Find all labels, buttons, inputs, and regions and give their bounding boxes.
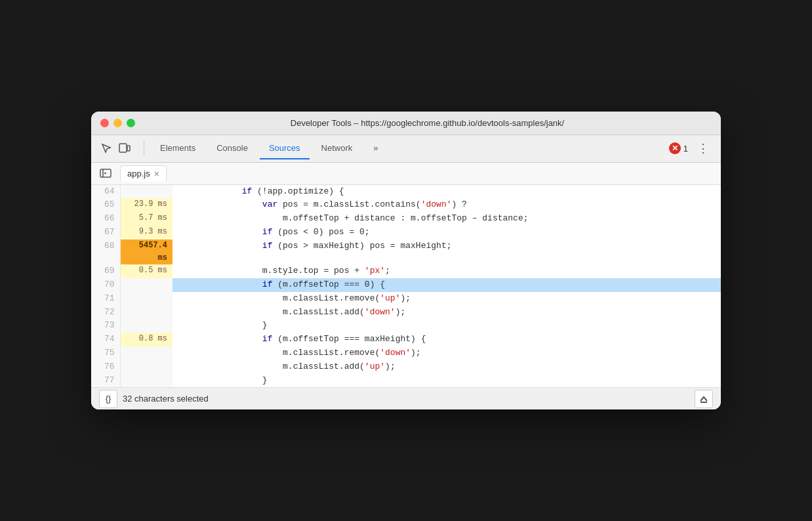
toolbar-right: ✕ 1 ⋮ bbox=[669, 140, 713, 157]
timing-cell bbox=[120, 346, 173, 360]
line-number: 73 bbox=[91, 319, 120, 333]
svg-rect-0 bbox=[119, 144, 127, 152]
code-line[interactable]: m.offsetTop + distance : m.offsetTop – d… bbox=[173, 212, 721, 226]
toolbar: Elements Console Sources Network » ✕ 1 ⋮ bbox=[91, 135, 721, 163]
timing-cell bbox=[120, 374, 173, 388]
timing-cell: 5.7 ms bbox=[120, 212, 173, 226]
timing-cell: 9.3 ms bbox=[120, 226, 173, 240]
timing-cell: 0.5 ms bbox=[120, 264, 173, 278]
minimize-button[interactable] bbox=[113, 119, 122, 127]
timing-cell bbox=[120, 278, 173, 292]
code-line[interactable]: m.classList.add('down'); bbox=[173, 306, 721, 320]
code-area: 64 if (!app.optimize) {6523.9 ms var pos… bbox=[91, 185, 721, 388]
line-number: 72 bbox=[91, 306, 120, 320]
code-line[interactable]: if (m.offsetTop === 0) { bbox=[173, 278, 721, 292]
timing-cell: 23.9 ms bbox=[120, 198, 173, 212]
devtools-window: Developer Tools – https://googlechrome.g… bbox=[91, 112, 721, 410]
code-line[interactable]: m.classList.remove('up'); bbox=[173, 292, 721, 306]
code-line[interactable]: if (m.offsetTop === maxHeight) { bbox=[173, 333, 721, 346]
code-line[interactable]: var pos = m.classList.contains('down') ? bbox=[173, 198, 721, 212]
tab-console[interactable]: Console bbox=[207, 138, 257, 159]
sidebar-toggle-button[interactable] bbox=[96, 164, 115, 182]
line-number: 76 bbox=[91, 360, 120, 374]
line-number: 74 bbox=[91, 333, 120, 346]
timing-cell: 0.8 ms bbox=[120, 333, 173, 346]
close-button[interactable] bbox=[100, 119, 109, 127]
status-bar: {} 32 characters selected bbox=[91, 387, 721, 409]
svg-rect-1 bbox=[127, 146, 130, 151]
selection-status: 32 characters selected bbox=[123, 394, 209, 404]
title-bar: Developer Tools – https://googlechrome.g… bbox=[91, 112, 721, 135]
svg-marker-4 bbox=[105, 172, 107, 175]
file-tabs: app.js × bbox=[91, 163, 721, 185]
code-line[interactable]: } bbox=[173, 319, 721, 333]
code-line[interactable]: m.style.top = pos + 'px'; bbox=[173, 264, 721, 278]
line-number: 64 bbox=[91, 185, 120, 199]
code-line[interactable]: if (!app.optimize) { bbox=[173, 185, 721, 199]
more-menu-button[interactable]: ⋮ bbox=[693, 140, 713, 157]
error-icon: ✕ bbox=[669, 142, 681, 154]
toolbar-divider bbox=[144, 140, 144, 156]
window-title: Developer Tools – https://googlechrome.g… bbox=[143, 118, 712, 128]
timing-cell bbox=[120, 292, 173, 306]
format-button[interactable]: {} bbox=[99, 390, 117, 408]
code-line[interactable]: m.classList.remove('down'); bbox=[173, 346, 721, 360]
timing-cell bbox=[120, 306, 173, 320]
line-number: 66 bbox=[91, 212, 120, 226]
file-tab-close[interactable]: × bbox=[154, 169, 159, 179]
timing-cell bbox=[120, 360, 173, 374]
line-number: 67 bbox=[91, 226, 120, 240]
code-table: 64 if (!app.optimize) {6523.9 ms var pos… bbox=[91, 185, 721, 388]
line-number: 69 bbox=[91, 264, 120, 278]
line-number: 77 bbox=[91, 374, 120, 388]
device-toggle-icon[interactable] bbox=[117, 141, 132, 156]
line-number: 68 bbox=[91, 240, 120, 264]
file-tab-appjs[interactable]: app.js × bbox=[120, 165, 167, 182]
traffic-lights bbox=[100, 119, 135, 127]
scroll-to-top-button[interactable] bbox=[695, 390, 713, 408]
status-left: {} 32 characters selected bbox=[99, 390, 209, 408]
timing-cell bbox=[120, 185, 173, 199]
line-number: 71 bbox=[91, 292, 120, 306]
timing-cell bbox=[120, 319, 173, 333]
code-line[interactable]: if (pos > maxHeight) pos = maxHeight; bbox=[173, 240, 721, 264]
line-number: 75 bbox=[91, 346, 120, 360]
line-number: 65 bbox=[91, 198, 120, 212]
toolbar-icons bbox=[99, 141, 132, 156]
code-line[interactable]: } bbox=[173, 374, 721, 388]
timing-cell: 5457.4 ms bbox=[120, 240, 173, 264]
tab-sources[interactable]: Sources bbox=[260, 138, 310, 159]
tab-network[interactable]: Network bbox=[312, 138, 362, 159]
tab-more[interactable]: » bbox=[364, 138, 387, 159]
line-number: 70 bbox=[91, 278, 120, 292]
maximize-button[interactable] bbox=[127, 119, 135, 127]
cursor-icon[interactable] bbox=[99, 141, 113, 156]
file-tab-name: app.js bbox=[127, 169, 150, 178]
error-badge[interactable]: ✕ 1 bbox=[669, 142, 688, 154]
code-line[interactable]: m.classList.add('up'); bbox=[173, 360, 721, 374]
code-line[interactable]: if (pos < 0) pos = 0; bbox=[173, 226, 721, 240]
tab-elements[interactable]: Elements bbox=[151, 138, 205, 159]
